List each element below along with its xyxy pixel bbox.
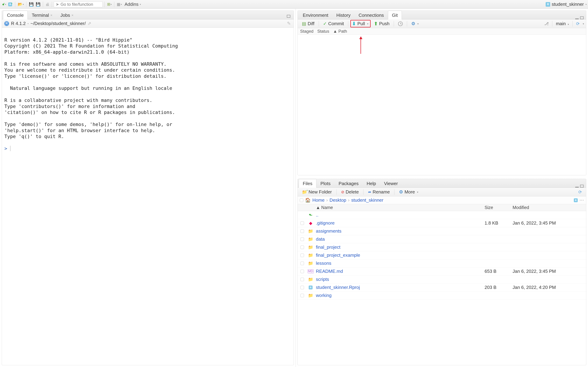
pane-maximize-button[interactable] — [580, 185, 584, 188]
open-file-button[interactable]: 📂 ▾ — [17, 1, 25, 7]
new-file-button[interactable]: ● + ▾ — [1, 1, 7, 7]
tab-environment[interactable]: Environment — [299, 11, 332, 19]
working-dir[interactable]: ~/Desktop/student_skinner/ — [30, 21, 86, 26]
breadcrumb-desktop[interactable]: Desktop — [329, 198, 346, 203]
save-all-button[interactable]: 💾 — [35, 1, 41, 7]
commit-button[interactable]: ✓ Commit — [321, 20, 346, 27]
file-row[interactable]: 📁working — [298, 292, 586, 300]
row-checkbox[interactable] — [301, 270, 304, 273]
pane-minimize-button[interactable] — [575, 185, 579, 188]
new-project-button[interactable]: R + — [8, 1, 13, 7]
file-row[interactable]: 📁assignments — [298, 227, 586, 235]
col-name[interactable]: ▲ Name — [314, 205, 484, 210]
file-row[interactable]: 📁scripts — [298, 275, 586, 284]
tab-connections[interactable]: Connections — [355, 11, 388, 19]
rproj-icon[interactable]: R — [574, 198, 578, 202]
goto-input[interactable] — [61, 2, 101, 7]
col-staged[interactable]: Staged — [300, 29, 313, 34]
file-name-link[interactable]: working — [316, 293, 332, 298]
new-folder-button[interactable]: 📁+ New Folder — [300, 189, 334, 195]
addins-menu[interactable]: Addins ▾ — [123, 1, 142, 7]
file-row[interactable]: MDREADME.md653 BJan 6, 2022, 3:45 PM — [298, 267, 586, 275]
delete-button[interactable]: ⊘ Delete — [339, 189, 361, 195]
tab-jobs[interactable]: Jobs × — [56, 11, 78, 19]
pane-maximize-button[interactable] — [580, 17, 584, 19]
tab-git[interactable]: Git — [388, 11, 402, 19]
grid-button[interactable]: ▦ ▾ — [116, 1, 122, 7]
file-row[interactable]: 📁data — [298, 235, 586, 243]
tab-files[interactable]: Files — [299, 179, 316, 188]
file-name-link[interactable]: final_project_example — [316, 252, 360, 258]
close-icon[interactable]: × — [50, 13, 52, 17]
file-list: ⬑ .. ◆.gitignore1.8 KBJan 6, 2022, 3:45 … — [298, 211, 586, 365]
goto-search[interactable]: ➤ — [54, 1, 103, 7]
file-row[interactable]: 📁final_project_example — [298, 251, 586, 259]
select-all-checkbox[interactable] — [300, 199, 303, 202]
breadcrumb-project[interactable]: student_skinner — [351, 198, 383, 203]
row-checkbox[interactable] — [301, 246, 304, 249]
diff-button[interactable]: ▤ Diff — [300, 20, 317, 27]
wd-popout-icon[interactable]: ⇗ — [87, 21, 91, 26]
file-name-link[interactable]: README.md — [316, 269, 343, 274]
pull-button[interactable]: ⬇ Pull ▾ — [350, 20, 371, 27]
home-icon[interactable]: 🏠 — [305, 198, 311, 203]
row-checkbox[interactable] — [301, 286, 304, 289]
tools-button[interactable]: ⊞ ▾ — [106, 1, 112, 7]
history-button[interactable] — [396, 21, 405, 27]
breadcrumb-home[interactable]: Home — [312, 198, 324, 203]
file-name-link[interactable]: .gitignore — [316, 220, 335, 226]
git-more-button[interactable]: ⚙ ▾ — [409, 20, 421, 27]
tab-console[interactable]: Console — [3, 11, 28, 19]
refresh-files-button[interactable]: ⟳ — [576, 189, 584, 195]
pane-minimize-button[interactable] — [575, 17, 579, 19]
tab-plots[interactable]: Plots — [316, 179, 335, 188]
tab-packages[interactable]: Packages — [335, 179, 363, 188]
file-row[interactable]: ◆.gitignore1.8 KBJan 6, 2022, 3:45 PM — [298, 219, 586, 227]
row-checkbox[interactable] — [301, 221, 304, 225]
file-row[interactable]: 📁final_project — [298, 243, 586, 251]
col-status[interactable]: Status — [317, 29, 329, 34]
file-name-link[interactable]: student_skinner.Rproj — [316, 285, 360, 290]
row-checkbox[interactable] — [301, 278, 304, 281]
file-name-link[interactable]: final_project — [316, 244, 340, 250]
project-menu[interactable]: R student_skinner ▾ — [546, 1, 587, 7]
branch-icon[interactable]: ⎇ — [544, 22, 549, 26]
rename-button[interactable]: ➦ Rename — [366, 189, 392, 195]
file-row[interactable]: 📁lessons — [298, 259, 586, 267]
file-name-link[interactable]: lessons — [316, 261, 331, 266]
check-icon: ✓ — [323, 21, 327, 26]
print-button[interactable]: 🖨 — [45, 1, 50, 7]
refresh-button[interactable]: ⟳ — [576, 21, 579, 26]
row-checkbox[interactable] — [301, 254, 304, 257]
tab-terminal[interactable]: Terminal × — [28, 11, 56, 19]
parent-dir-row[interactable]: ⬑ .. — [298, 211, 586, 219]
git-changes-list[interactable] — [298, 35, 586, 175]
file-row[interactable]: Rstudent_skinner.Rproj203 BJan 6, 2022, … — [298, 284, 586, 292]
updir-link[interactable]: .. — [316, 212, 318, 217]
path-more-button[interactable]: ⋯ — [579, 198, 584, 203]
chevron-down-icon[interactable]: ▾ — [583, 22, 584, 25]
file-name-link[interactable]: data — [316, 236, 325, 242]
row-checkbox[interactable] — [301, 237, 304, 241]
file-name-link[interactable]: scripts — [316, 277, 329, 282]
pane-maximize-button[interactable] — [286, 13, 291, 19]
col-size[interactable]: Size — [484, 205, 513, 210]
file-name-link[interactable]: assignments — [316, 228, 341, 234]
tab-help[interactable]: Help — [363, 179, 380, 188]
close-icon[interactable]: × — [71, 13, 73, 17]
more-button[interactable]: ⚙ More ▾ — [397, 189, 420, 195]
push-button[interactable]: ⬆ Push — [372, 20, 392, 27]
save-button[interactable]: 💾 — [28, 1, 34, 7]
console-output[interactable]: R version 4.1.2 (2021-11-01) -- "Bird Hi… — [2, 28, 294, 365]
col-modified[interactable]: Modified — [513, 205, 586, 210]
col-path[interactable]: ▲ Path — [333, 29, 347, 34]
row-checkbox[interactable] — [301, 262, 304, 265]
branch-selector[interactable]: main ▾ — [556, 21, 569, 26]
row-checkbox[interactable] — [301, 294, 304, 297]
row-checkbox[interactable] — [301, 229, 304, 233]
chevron-down-icon[interactable]: ▾ — [367, 22, 368, 25]
tab-history[interactable]: History — [332, 11, 355, 19]
clear-console-button[interactable]: ✎ — [286, 21, 292, 26]
tab-viewer[interactable]: Viewer — [380, 179, 402, 188]
cursor — [10, 146, 13, 151]
